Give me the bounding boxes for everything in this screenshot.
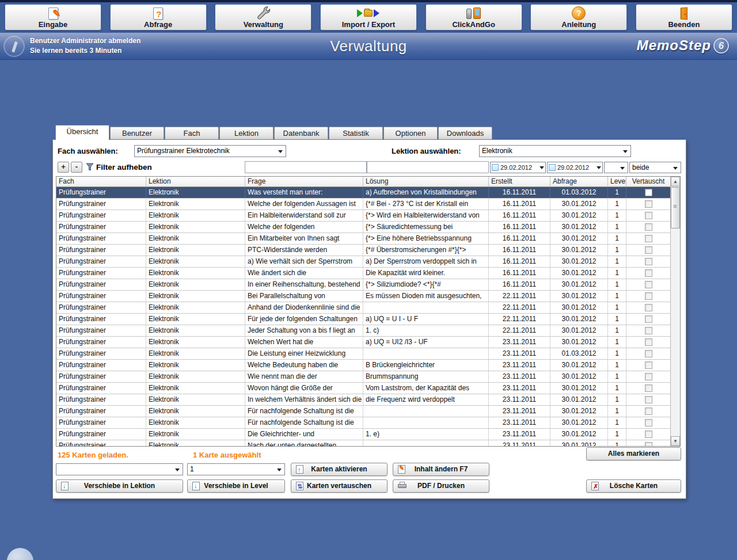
vertauscht-checkbox[interactable] <box>645 304 652 311</box>
move-to-level-button[interactable]: ↓ Verschiebe in Level <box>187 479 285 493</box>
date-to-picker[interactable]: 29.02.2012 <box>547 162 603 173</box>
move-to-lektion-button[interactable]: ↓ Verschiebe in Lektion <box>56 479 183 493</box>
lektion-select[interactable]: Elektronik <box>479 145 631 157</box>
table-row[interactable]: PrüfungstrainerElektronika) Wie verhält … <box>56 256 670 268</box>
tab-uebersicht[interactable]: Übersicht <box>55 125 109 140</box>
beenden-button[interactable]: Beenden <box>636 4 732 31</box>
vertauscht-checkbox[interactable] <box>645 407 652 415</box>
tab-lektion[interactable]: Lektion <box>219 127 273 139</box>
table-row[interactable]: PrüfungstrainerElektronikWelchen Wert ha… <box>56 337 670 348</box>
filter-clear-label[interactable]: Filter aufheben <box>96 163 152 172</box>
pdf-print-button[interactable]: PDF / Drucken <box>393 479 489 493</box>
vertauscht-checkbox[interactable] <box>645 200 652 208</box>
filter-add-button[interactable]: + <box>58 162 69 173</box>
loesung-filter-input[interactable] <box>367 161 489 173</box>
date-from-checkbox[interactable] <box>492 164 499 171</box>
vertauscht-checkbox[interactable] <box>645 384 652 392</box>
table-row[interactable]: PrüfungstrainerElektronikDie Gleichricht… <box>56 429 670 440</box>
tab-benutzer[interactable]: Benutzer <box>110 127 164 139</box>
vertauscht-checkbox[interactable] <box>645 315 652 323</box>
vertauscht-filter-select[interactable]: beide <box>629 162 681 173</box>
frage-filter-input[interactable] <box>245 161 367 173</box>
column-header-vertauscht[interactable]: Vertauscht <box>626 177 670 186</box>
vertauscht-checkbox[interactable] <box>645 396 652 403</box>
table-row[interactable]: PrüfungstrainerElektronikAnhand der Diod… <box>56 302 670 314</box>
table-row[interactable]: PrüfungstrainerElektronikWelche der folg… <box>56 199 670 210</box>
table-row[interactable]: PrüfungstrainerElektronikWovon hängt die… <box>56 383 670 394</box>
frage-cell: a) Wie verhält sich der Sperrstrom <box>245 256 363 267</box>
vertauscht-checkbox[interactable] <box>645 442 652 446</box>
vertauscht-checkbox[interactable] <box>645 361 652 369</box>
tab-downloads[interactable]: Downloads <box>438 127 492 139</box>
vertauscht-checkbox[interactable] <box>645 246 652 254</box>
column-header-loesung[interactable]: Lösung <box>363 177 489 186</box>
level-filter-select[interactable] <box>604 162 628 173</box>
clickandgo-button[interactable]: ClickAndGo <box>426 4 522 31</box>
fach-select[interactable]: Prüfungstrainer Elektrotechnik <box>134 145 286 157</box>
delete-cards-button[interactable]: ✗ Lösche Karten <box>586 479 681 493</box>
activate-cards-button[interactable]: ↑ Karten aktivieren <box>291 463 388 476</box>
abfrage-button[interactable]: ? Abfrage <box>110 4 207 31</box>
column-header-fach[interactable]: Fach <box>56 177 146 186</box>
table-row[interactable]: PrüfungstrainerElektronikWelche der folg… <box>56 222 670 233</box>
table-row[interactable]: PrüfungstrainerElektronikWelche Bedeutun… <box>56 360 670 371</box>
anleitung-button[interactable]: ? Anleitung <box>530 4 627 31</box>
column-header-abfrage[interactable]: Abfrage <box>550 177 608 186</box>
lektion-target-select[interactable] <box>56 463 183 475</box>
table-row[interactable]: PrüfungstrainerElektronikJeder Schaltung… <box>56 325 670 337</box>
table-row[interactable]: PrüfungstrainerElektronikDie Leistung ei… <box>56 348 670 360</box>
vertauscht-checkbox[interactable] <box>645 269 652 277</box>
vertauscht-checkbox[interactable] <box>645 281 652 288</box>
table-row[interactable]: PrüfungstrainerElektronikEin Halbleiterw… <box>56 210 670 222</box>
table-row[interactable]: PrüfungstrainerElektronikWie ändert sich… <box>56 268 670 279</box>
vertauscht-checkbox[interactable] <box>645 223 652 231</box>
table-row[interactable]: PrüfungstrainerElektronikIn einer Reihen… <box>56 279 670 291</box>
table-row[interactable]: PrüfungstrainerElektronikIn welchem Verh… <box>56 394 670 406</box>
table-row[interactable]: PrüfungstrainerElektronikNach der unten … <box>56 440 670 446</box>
date-to-checkbox[interactable] <box>549 164 556 171</box>
table-row[interactable]: PrüfungstrainerElektronikEin Mitarbeiter… <box>56 233 670 245</box>
scroll-down-button[interactable]: ▼ <box>671 436 680 446</box>
vertauscht-checkbox[interactable] <box>645 338 652 346</box>
tab-optionen[interactable]: Optionen <box>383 127 438 139</box>
table-vscrollbar[interactable]: ▲ ▼ <box>670 177 680 446</box>
vertauscht-checkbox[interactable] <box>645 189 652 196</box>
vertauscht-checkbox[interactable] <box>645 292 652 300</box>
table-row[interactable]: PrüfungstrainerElektronikWie nennt man d… <box>56 371 670 383</box>
select-all-button[interactable]: Alles markieren <box>586 447 681 460</box>
fach-cell: Prüfungstrainer <box>56 360 146 371</box>
table-row[interactable]: PrüfungstrainerElektronikPTC-Widerstände… <box>56 245 670 256</box>
vertauscht-checkbox[interactable] <box>645 258 652 265</box>
scrollbar-thumb[interactable] <box>671 187 680 228</box>
level-target-select[interactable]: 1 <box>187 463 285 475</box>
vertauscht-checkbox[interactable] <box>645 327 652 334</box>
vertauscht-checkbox[interactable] <box>645 350 652 357</box>
table-row[interactable]: PrüfungstrainerElektronikWas versteht ma… <box>56 187 670 199</box>
vertauscht-checkbox[interactable] <box>645 419 652 426</box>
tab-fach[interactable]: Fach <box>165 127 219 139</box>
lektion-cell: Elektronik <box>146 268 245 279</box>
column-header-level[interactable]: Level <box>608 177 626 186</box>
edit-content-button[interactable]: ✎ Inhalt ändern F7 <box>393 463 489 476</box>
table-row[interactable]: PrüfungstrainerElektronikBei Parallelsch… <box>56 291 670 302</box>
filter-remove-button[interactable]: - <box>71 162 82 173</box>
vertauscht-checkbox[interactable] <box>645 373 652 380</box>
column-header-frage[interactable]: Frage <box>245 177 363 186</box>
scroll-up-button[interactable]: ▲ <box>671 177 680 186</box>
tab-statistik[interactable]: Statistik <box>329 127 383 139</box>
tab-datenbank[interactable]: Datenbank <box>274 127 328 139</box>
verwaltung-button[interactable]: Verwaltung <box>215 4 311 31</box>
column-header-lektion[interactable]: Lektion <box>146 177 245 186</box>
brand-name: MemoStep <box>637 37 711 54</box>
swap-cards-button[interactable]: ⇅ Karten vertauschen <box>291 479 388 493</box>
import-export-button[interactable]: Import / Export <box>320 4 417 31</box>
table-row[interactable]: PrüfungstrainerElektronikFür nachfolgend… <box>56 417 670 429</box>
table-row[interactable]: PrüfungstrainerElektronikFür nachfolgend… <box>56 406 670 417</box>
eingabe-button[interactable]: ✎ Eingabe <box>5 4 101 31</box>
vertauscht-checkbox[interactable] <box>645 212 652 219</box>
vertauscht-checkbox[interactable] <box>645 235 652 242</box>
table-row[interactable]: PrüfungstrainerElektronikFür jede der fo… <box>56 314 670 325</box>
vertauscht-checkbox[interactable] <box>645 431 652 438</box>
date-from-picker[interactable]: 29.02.2012 <box>490 162 546 173</box>
column-header-erstellt[interactable]: Erstellt <box>489 177 550 186</box>
